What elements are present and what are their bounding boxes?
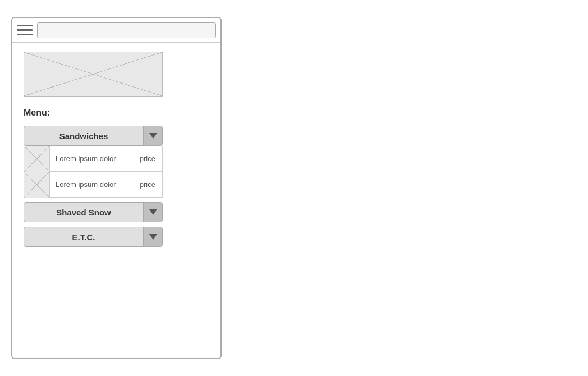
shaved-snow-dropdown-arrow-icon — [149, 209, 157, 215]
etc-title: E.T.C. — [24, 232, 143, 242]
sandwich-item-1-image — [24, 146, 50, 172]
shaved-snow-section-header[interactable]: Shaved Snow — [24, 202, 163, 222]
hamburger-menu-button[interactable] — [17, 22, 33, 38]
sandwich-item-1-desc: Lorem ipsum dolor — [50, 154, 140, 163]
menu-label: Menu: — [24, 108, 209, 118]
etc-dropdown-arrow-icon — [149, 234, 157, 240]
sandwich-item-2: Lorem ipsum dolor price — [24, 172, 163, 198]
sandwich-item-2-price: price — [140, 180, 162, 189]
hamburger-line-3 — [17, 34, 33, 35]
sandwiches-items-list: Lorem ipsum dolor price Lorem ipsum dolo… — [24, 146, 163, 198]
menu-section-etc: E.T.C. — [24, 227, 209, 247]
hero-image — [24, 52, 163, 97]
shaved-snow-title: Shaved Snow — [24, 208, 143, 217]
menu-section-shaved-snow: Shaved Snow — [24, 202, 209, 222]
sandwich-item-1-price: price — [140, 154, 162, 163]
phone-frame: Menu: Sandwiches Lorem ipsum dolor price… — [11, 17, 222, 359]
sandwiches-dropdown-button[interactable] — [143, 126, 162, 145]
shaved-snow-dropdown-button[interactable] — [143, 203, 162, 222]
content-area: Menu: Sandwiches Lorem ipsum dolor price… — [12, 43, 220, 257]
sandwiches-dropdown-arrow-icon — [149, 133, 157, 139]
sandwich-item-1: Lorem ipsum dolor price — [24, 146, 163, 172]
hamburger-line-2 — [17, 29, 33, 31]
search-input[interactable] — [37, 22, 216, 38]
etc-section-header[interactable]: E.T.C. — [24, 227, 163, 247]
etc-dropdown-button[interactable] — [143, 227, 162, 246]
sandwich-item-2-desc: Lorem ipsum dolor — [50, 180, 140, 189]
sandwich-item-2-image — [24, 172, 50, 198]
sandwiches-title: Sandwiches — [24, 131, 143, 141]
hamburger-line-1 — [17, 25, 33, 26]
menu-section-sandwiches: Sandwiches Lorem ipsum dolor price Lorem… — [24, 126, 209, 198]
sandwiches-section-header[interactable]: Sandwiches — [24, 126, 163, 146]
top-bar — [12, 18, 220, 43]
